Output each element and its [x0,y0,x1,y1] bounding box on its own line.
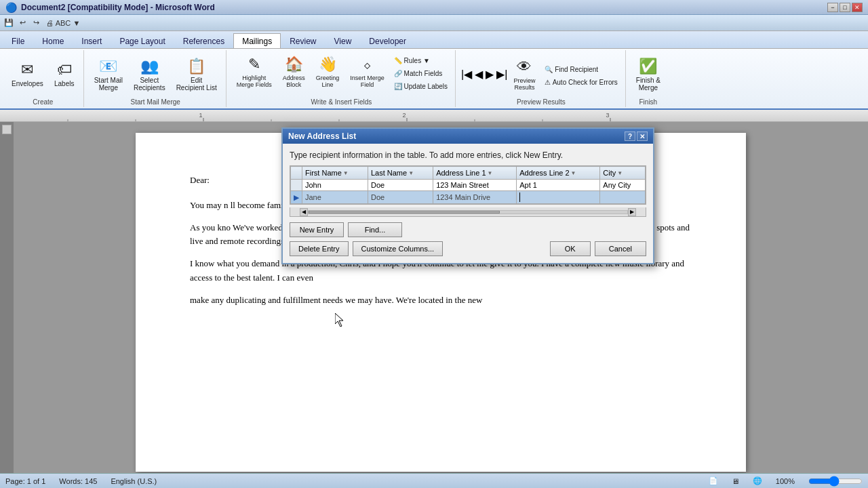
th-indicator [291,167,302,180]
address2-dropdown-arrow[interactable]: ▼ [571,170,576,176]
new-address-list-dialog: New Address List ? ✕ Type recipient info… [281,127,654,264]
table-row-selected[interactable]: ▶ Jane Doe 1234 Main Drive [291,191,646,204]
scroll-thumb[interactable] [309,211,500,214]
dialog-title: New Address List [288,131,356,141]
horizontal-scrollbar[interactable]: ◀ ▶ [290,207,646,217]
address-table: First Name ▼ Last Name ▼ [290,166,646,204]
th-last-name[interactable]: Last Name ▼ [368,167,433,180]
cell-addr1-2[interactable]: 1234 Main Drive [433,191,517,204]
cell-addr2-2[interactable] [517,191,600,204]
scroll-track[interactable] [308,210,628,214]
dialog-overlay: New Address List ? ✕ Type recipient info… [0,0,868,488]
th-city[interactable]: City ▼ [600,167,646,180]
th-address-line2[interactable]: Address Line 2 ▼ [517,167,600,180]
address-table-container[interactable]: First Name ▼ Last Name ▼ [290,165,646,205]
row-indicator-2: ▶ [291,191,302,204]
address1-dropdown-arrow[interactable]: ▼ [488,170,493,176]
cell-last-name-2[interactable]: Doe [368,191,433,204]
cell-last-name-1[interactable]: Doe [368,180,433,191]
first-name-dropdown-arrow[interactable]: ▼ [343,170,349,176]
cell-addr1-1[interactable]: 123 Main Street [433,180,517,191]
dialog-buttons-row2: Delete Entry Customize Columns... OK Can… [290,241,646,256]
city-dropdown-arrow[interactable]: ▼ [617,170,623,176]
text-cursor [519,192,520,202]
cell-city-2[interactable] [600,191,646,204]
cell-addr2-1[interactable]: Apt 1 [517,180,600,191]
last-name-dropdown-arrow[interactable]: ▼ [408,170,414,176]
dialog-close-button[interactable]: ✕ [637,131,648,141]
th-first-name[interactable]: First Name ▼ [302,167,368,180]
table-row[interactable]: John Doe 123 Main Street Apt 1 Any City [291,180,646,191]
dialog-description: Type recipient information in the table.… [290,150,646,160]
table-header: First Name ▼ Last Name ▼ [291,167,646,180]
delete-entry-button[interactable]: Delete Entry [290,241,349,256]
new-entry-button[interactable]: New Entry [290,222,344,237]
dialog-help-button[interactable]: ? [625,131,635,141]
ok-button[interactable]: OK [550,241,591,256]
cell-first-name-1[interactable]: John [302,180,368,191]
cancel-button[interactable]: Cancel [595,241,646,256]
cell-city-1[interactable]: Any City [600,180,646,191]
scroll-left-button[interactable]: ◀ [300,208,308,216]
scroll-right-button[interactable]: ▶ [628,208,636,216]
dialog-titlebar: New Address List ? ✕ [283,129,653,144]
dialog-body: Type recipient information in the table.… [283,144,653,263]
row-indicator-1 [291,180,302,191]
th-address-line1[interactable]: Address Line 1 ▼ [433,167,517,180]
table-body: John Doe 123 Main Street Apt 1 Any City … [291,180,646,204]
cell-first-name-2[interactable]: Jane [302,191,368,204]
dialog-buttons-row1: New Entry Find... [290,222,646,237]
customize-columns-button[interactable]: Customize Columns... [353,241,443,256]
find-button[interactable]: Find... [348,222,402,237]
